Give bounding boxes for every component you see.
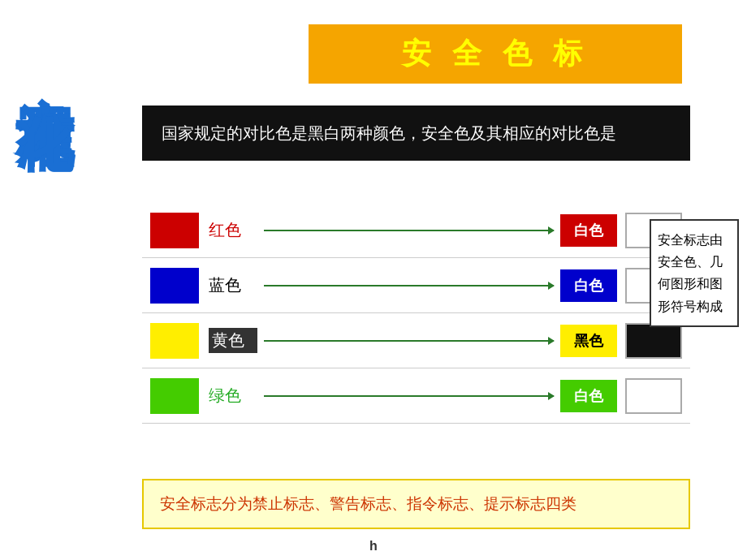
- color-row-green: 绿色 白色: [142, 368, 690, 424]
- green-contrast-label: 白色: [560, 380, 617, 412]
- main-content: 红色 白色 蓝色 白色 黄色 黑色 绿色 白色: [142, 203, 690, 424]
- red-contrast-label: 白色: [560, 214, 617, 247]
- desc-box: 国家规定的对比色是黑白两种颜色，安全色及其相应的对比色是: [142, 106, 690, 161]
- blue-swatch: [150, 268, 199, 304]
- color-row-yellow: 黄色 黑色: [142, 313, 690, 368]
- title-box: 安 全 色 标: [309, 24, 682, 84]
- footer-text: h: [0, 539, 747, 554]
- title-text: 安 全 色 标: [402, 37, 589, 70]
- color-rows: 红色 白色 蓝色 白色 黄色 黑色 绿色 白色: [142, 203, 690, 424]
- blue-label: 蓝色: [209, 274, 257, 296]
- color-row-red: 红色 白色: [142, 203, 690, 258]
- vertical-title: 安全设施标准化: [16, 49, 75, 71]
- green-label: 绿色: [209, 385, 257, 407]
- green-contrast-swatch: [625, 378, 682, 414]
- blue-arrow: [264, 285, 554, 286]
- info-box: 安全标志由安全色、几何图形和图形符号构成: [650, 219, 739, 327]
- color-row-blue: 蓝色 白色: [142, 258, 690, 313]
- green-swatch: [150, 378, 199, 414]
- blue-contrast-label: 白色: [560, 269, 617, 302]
- red-label: 红色: [209, 219, 257, 241]
- yellow-label: 黄色: [209, 328, 257, 353]
- yellow-contrast-label: 黑色: [560, 325, 617, 357]
- green-arrow: [264, 395, 554, 397]
- yellow-arrow: [264, 340, 554, 342]
- red-swatch: [150, 213, 199, 248]
- bottom-box: 安全标志分为禁止标志、警告标志、指令标志、提示标志四类: [142, 479, 690, 529]
- yellow-swatch: [150, 323, 199, 359]
- yellow-contrast-swatch: [625, 323, 682, 359]
- red-arrow: [264, 230, 554, 231]
